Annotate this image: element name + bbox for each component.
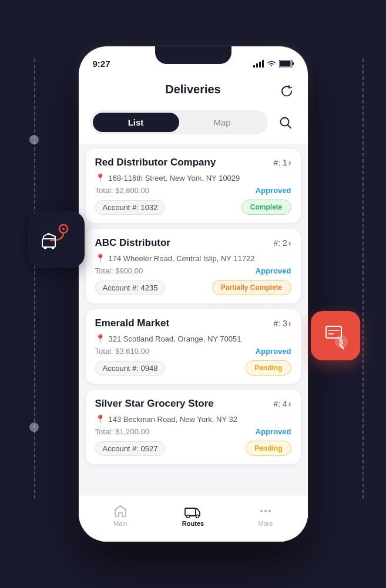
card-2-address: 174 Wheeler Road, Central Islip, NY 1172… — [109, 254, 255, 263]
delivery-card-1[interactable]: Red Distributor Company #: 1 › 📍 168-116… — [86, 148, 301, 223]
card-4-header: Silver Star Grocery Store #: 4 › — [95, 398, 291, 410]
more-icon — [259, 504, 273, 518]
card-4-address: 143 Beckman Road, New York, NY 32 — [109, 415, 237, 424]
card-3-address-row: 📍 321 Scotland Road, Orange, NY 70051 — [95, 334, 291, 343]
card-3-status: Pending — [246, 360, 291, 376]
delivery-card-2[interactable]: ABC Distributor #: 2 › 📍 174 Wheeler Roa… — [86, 229, 301, 303]
card-2-header: ABC Distributor #: 2 › — [95, 237, 291, 249]
card-1-address-row: 📍 168-116th Street, New York, NY 10029 — [95, 173, 291, 183]
card-2-approval: Approved — [256, 266, 291, 275]
svg-point-23 — [268, 510, 271, 512]
signal-icon — [253, 60, 264, 67]
svg-point-19 — [187, 515, 190, 518]
card-2-bottom-row: Account #: 4235 Partially Complete — [95, 280, 291, 295]
card-3-company: Emerald Market — [95, 317, 170, 329]
svg-rect-16 — [292, 62, 294, 65]
phone-frame: 9:27 — [79, 46, 308, 542]
card-4-account: Account #: 0527 — [95, 441, 166, 456]
card-2-address-row: 📍 174 Wheeler Road, Central Islip, NY 11… — [95, 254, 291, 263]
card-2-account: Account #: 4235 — [95, 281, 166, 295]
card-3-address: 321 Scotland Road, Orange, NY 70051 — [109, 334, 241, 343]
card-4-status: Pending — [246, 441, 291, 456]
deco-line-right — [362, 59, 364, 499]
nav-main[interactable]: Main — [85, 504, 157, 527]
card-2-total: Total: $900.00 — [95, 266, 143, 275]
svg-rect-13 — [262, 60, 264, 67]
svg-rect-12 — [259, 62, 261, 67]
deco-line-left — [34, 59, 35, 499]
deco-dot-bottom — [29, 423, 39, 432]
card-4-bottom-row: Account #: 0527 Pending — [95, 441, 291, 456]
wifi-icon — [267, 60, 276, 67]
card-4-order: #: 4 › — [273, 399, 291, 408]
card-1-header: Red Distributor Company #: 1 › — [95, 157, 291, 168]
card-4-chevron: › — [288, 399, 291, 408]
refresh-icon — [280, 85, 293, 97]
card-2-status: Partially Complete — [212, 280, 291, 295]
svg-point-20 — [196, 515, 199, 518]
card-2-company: ABC Distributor — [95, 237, 170, 249]
card-2-chevron: › — [288, 238, 291, 248]
card-3-pin-icon: 📍 — [95, 334, 105, 343]
svg-rect-15 — [280, 60, 290, 66]
scene: $ 9:27 — [0, 0, 386, 588]
card-1-status: Complete — [241, 200, 291, 215]
segment-control: List Map — [79, 106, 308, 144]
search-icon — [279, 116, 292, 129]
segment-tabs: List Map — [90, 110, 268, 134]
svg-rect-11 — [256, 63, 258, 67]
card-3-bottom-row: Account #: 0948 Pending — [95, 360, 291, 376]
nav-main-label: Main — [113, 520, 127, 527]
nav-more[interactable]: More — [229, 504, 301, 527]
deco-dot-top — [29, 135, 39, 144]
page-title: Deliveries — [165, 83, 221, 96]
tab-list[interactable]: List — [93, 113, 179, 132]
card-1-company: Red Distributor Company — [95, 157, 216, 168]
svg-point-1 — [62, 228, 65, 230]
battery-icon — [279, 60, 294, 67]
card-1-total-row: Total: $2,800.00 Approved — [95, 186, 291, 195]
nav-more-label: More — [258, 520, 273, 527]
home-icon — [113, 504, 127, 518]
refresh-button[interactable] — [277, 82, 296, 100]
status-time: 9:27 — [93, 59, 110, 69]
card-3-chevron: › — [288, 319, 291, 328]
card-1-chevron: › — [288, 158, 291, 167]
svg-point-22 — [264, 510, 267, 512]
card-2-pin-icon: 📍 — [95, 254, 105, 263]
card-1-order: #: 1 › — [273, 158, 291, 167]
card-4-approval: Approved — [256, 427, 291, 436]
card-4-total-row: Total: $1,200.00 Approved — [95, 427, 291, 436]
status-icons — [253, 60, 294, 67]
svg-point-4 — [52, 246, 55, 249]
card-4-pin-icon: 📍 — [95, 414, 105, 424]
search-button[interactable] — [275, 112, 296, 133]
truck-icon — [184, 504, 201, 518]
delivery-card-3[interactable]: Emerald Market #: 3 › 📍 321 Scotland Roa… — [86, 309, 301, 384]
card-3-total-row: Total: $3,610.00 Approved — [95, 347, 291, 356]
card-3-account: Account #: 0948 — [95, 361, 166, 376]
card-4-address-row: 📍 143 Beckman Road, New York, NY 32 — [95, 414, 291, 424]
card-2-order: #: 2 › — [273, 238, 291, 248]
delivery-card-4[interactable]: Silver Star Grocery Store #: 4 › 📍 143 B… — [86, 390, 301, 464]
floating-logo — [28, 211, 85, 268]
svg-point-21 — [260, 510, 263, 512]
bottom-nav: Main Routes — [79, 495, 308, 542]
floating-payment-icon: $ — [311, 311, 360, 360]
svg-rect-10 — [253, 65, 255, 67]
tab-map[interactable]: Map — [179, 113, 266, 132]
card-1-address: 168-116th Street, New York, NY 10029 — [109, 174, 240, 183]
svg-rect-18 — [185, 508, 196, 516]
nav-routes-label: Routes — [182, 520, 204, 527]
card-1-approval: Approved — [256, 186, 291, 195]
phone-notch — [155, 46, 231, 64]
delivery-list: Red Distributor Company #: 1 › 📍 168-116… — [79, 144, 308, 516]
card-1-pin-icon: 📍 — [95, 173, 105, 183]
svg-point-3 — [44, 246, 47, 249]
card-3-approval: Approved — [256, 347, 291, 356]
card-1-bottom-row: Account #: 1032 Complete — [95, 200, 291, 215]
card-2-total-row: Total: $900.00 Approved — [95, 266, 291, 275]
phone-content: Deliveries List Map — [79, 76, 308, 542]
card-1-total: Total: $2,800.00 — [95, 186, 150, 195]
nav-routes[interactable]: Routes — [157, 504, 229, 527]
